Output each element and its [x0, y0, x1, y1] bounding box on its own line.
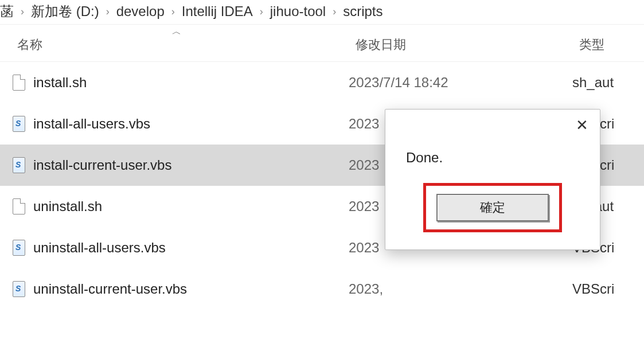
columns-header: 名称 ︿ 修改日期 类型 — [0, 25, 644, 62]
column-header-date[interactable]: 修改日期 — [356, 36, 579, 53]
file-icon — [10, 114, 28, 134]
column-header-name-label: 名称 — [17, 37, 42, 52]
breadcrumb-item[interactable]: jihuo-tool — [270, 3, 326, 20]
file-name: uninstall.sh — [33, 198, 102, 214]
message-dialog: ✕ Done. 確定 — [385, 109, 600, 250]
column-header-type[interactable]: 类型 — [579, 36, 627, 53]
chevron-right-icon: › — [106, 6, 110, 18]
dialog-message: Done. — [385, 110, 600, 183]
sort-ascending-icon: ︿ — [172, 26, 181, 38]
breadcrumb[interactable]: 菡› 新加卷 (D:)› develop› Intellij IDEA› jih… — [0, 0, 644, 25]
breadcrumb-item[interactable]: scripts — [343, 3, 383, 20]
file-name: uninstall-current-user.vbs — [33, 281, 187, 297]
chevron-right-icon: › — [260, 6, 263, 18]
file-icon — [10, 72, 28, 93]
ok-highlight-box: 確定 — [423, 183, 562, 232]
file-date: 2023/7/14 18:42 — [349, 75, 572, 91]
dialog-footer: 確定 — [385, 183, 600, 249]
breadcrumb-item[interactable]: 新加卷 (D:) — [31, 2, 99, 21]
file-icon — [10, 279, 28, 299]
file-type: sh_aut — [572, 75, 634, 91]
close-icon[interactable]: ✕ — [576, 118, 588, 132]
file-name: uninstall-all-users.vbs — [33, 240, 166, 256]
file-type: VBScri — [572, 281, 634, 297]
breadcrumb-item[interactable]: 菡 — [0, 2, 14, 21]
chevron-right-icon: › — [333, 6, 336, 18]
file-icon — [10, 196, 28, 217]
column-header-name[interactable]: 名称 ︿ — [17, 36, 356, 53]
breadcrumb-item[interactable]: Intellij IDEA — [182, 3, 253, 20]
file-row[interactable]: uninstall-current-user.vbs2023,VBScri — [0, 268, 644, 310]
ok-button[interactable]: 確定 — [436, 194, 549, 221]
file-date: 2023, — [349, 281, 572, 297]
file-name: install-all-users.vbs — [33, 116, 150, 132]
chevron-right-icon: › — [171, 6, 175, 18]
file-icon — [10, 237, 28, 258]
file-row[interactable]: install.sh2023/7/14 18:42sh_aut — [0, 62, 644, 103]
chevron-right-icon: › — [21, 6, 24, 18]
breadcrumb-item[interactable]: develop — [116, 3, 165, 20]
file-icon — [10, 155, 28, 176]
file-name: install-current-user.vbs — [33, 157, 171, 173]
file-name: install.sh — [33, 75, 87, 91]
